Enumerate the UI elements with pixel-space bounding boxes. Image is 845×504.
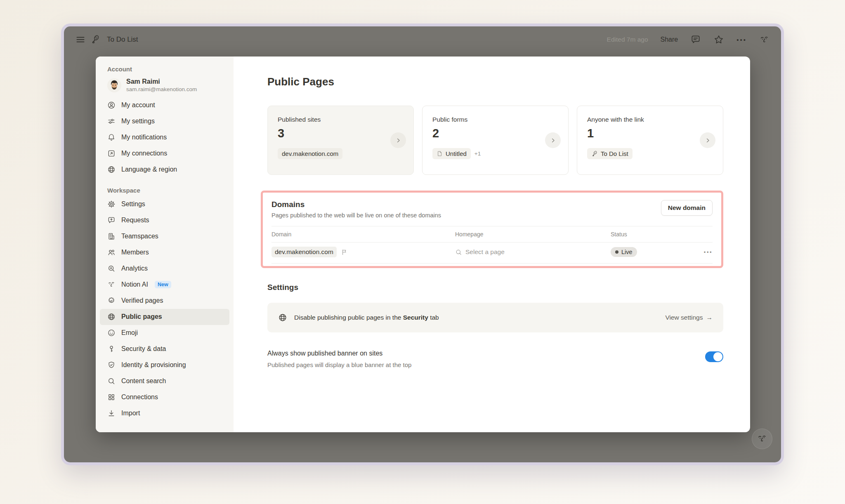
comments-icon[interactable]	[690, 34, 701, 45]
magnifier-plus-icon	[107, 264, 116, 273]
search-icon	[107, 377, 116, 385]
domain-name-chip[interactable]: dev.makenotion.com	[271, 247, 337, 257]
column-domain: Domain	[271, 231, 455, 238]
security-notice: Disable publishing public pages in the S…	[267, 303, 723, 332]
sidebar-item-label: Public pages	[121, 313, 162, 320]
sidebar-item-label: Language & region	[121, 166, 177, 173]
domain-table-row: dev.makenotion.com Select a page Live	[271, 242, 713, 264]
avatar	[107, 78, 121, 92]
view-settings-link[interactable]: View settings →	[665, 314, 713, 321]
globe-icon	[107, 165, 116, 174]
published-sites-card[interactable]: Published sites 3 dev.makenotion.com	[267, 106, 414, 175]
toggle-knob	[713, 352, 722, 361]
sidebar-item-label: Security & data	[121, 345, 166, 353]
sidebar-item-emoji[interactable]: Emoji	[100, 325, 229, 341]
sidebar-item-identity-provisioning[interactable]: Identity & provisioning	[100, 357, 229, 373]
sidebar-item-label: Emoji	[121, 329, 138, 337]
smiley-icon	[107, 329, 116, 337]
sidebar-item-label: Members	[121, 249, 149, 256]
flag-icon	[341, 249, 348, 256]
domains-title: Domains	[271, 200, 441, 209]
sidebar-item-analytics[interactable]: Analytics	[100, 261, 229, 277]
sidebar-item-teamspaces[interactable]: Teamspaces	[100, 228, 229, 245]
racket-page-icon	[90, 35, 100, 45]
banner-setting-subtitle: Published pages will display a blue bann…	[267, 361, 411, 368]
new-domain-button[interactable]: New domain	[661, 200, 713, 216]
bell-icon	[107, 133, 116, 141]
members-icon	[107, 248, 116, 257]
sidebar-item-my-settings[interactable]: My settings	[100, 113, 229, 130]
settings-modal: Account Sam Raimi sam.raimi@makenotion.c…	[96, 57, 750, 432]
live-dot	[615, 250, 618, 254]
public-forms-card[interactable]: Public forms 2 Untitled +1	[422, 106, 569, 175]
grid-icon	[107, 393, 116, 401]
racket-page-icon	[591, 151, 598, 157]
sidebar-item-security-data[interactable]: Security & data	[100, 341, 229, 357]
notice-text: Disable publishing public pages in the S…	[294, 314, 439, 321]
notion-ai-fab-button[interactable]	[752, 429, 772, 449]
favorite-star-icon[interactable]	[713, 34, 724, 45]
sidebar-item-label: Content search	[121, 377, 166, 385]
sidebar-item-label: Settings	[121, 200, 145, 208]
settings-section-title: Settings	[267, 283, 723, 292]
sidebar-item-verified-pages[interactable]: Verified pages	[100, 293, 229, 309]
sidebar-item-label: Requests	[121, 217, 149, 224]
card-label: Published sites	[278, 116, 404, 123]
sidebar-item-connections[interactable]: Connections	[100, 389, 229, 405]
globe-icon	[278, 313, 287, 322]
domains-section-highlighted: Domains Pages published to the web will …	[261, 191, 723, 268]
user-name: Sam Raimi	[126, 78, 197, 86]
window-topbar: To Do List Edited 7m ago Share •••	[64, 26, 781, 53]
request-bubble-icon	[107, 216, 116, 224]
chevron-right-icon[interactable]	[545, 132, 561, 148]
summary-cards: Published sites 3 dev.makenotion.com Pub…	[267, 106, 723, 175]
sidebar-item-label: Connections	[121, 393, 158, 401]
notion-window: To Do List Edited 7m ago Share •••	[61, 24, 784, 465]
banner-setting-title: Always show published banner on sites	[267, 350, 411, 357]
sliders-icon	[107, 117, 116, 125]
homepage-select[interactable]: Select a page	[455, 248, 611, 256]
card-count: 2	[432, 127, 558, 140]
user-email: sam.raimi@makenotion.com	[126, 86, 197, 93]
sidebar-item-public-pages[interactable]: Public pages	[100, 309, 229, 325]
chevron-right-icon[interactable]	[700, 132, 715, 148]
sidebar-item-settings[interactable]: Settings	[100, 196, 229, 212]
anyone-with-link-card[interactable]: Anyone with the link 1 To Do List	[577, 106, 723, 175]
account-section-header: Account	[100, 66, 229, 75]
chevron-right-icon[interactable]	[390, 132, 406, 148]
globe-icon	[107, 313, 116, 321]
card-label: Anyone with the link	[587, 116, 713, 123]
sidebar-item-language-region[interactable]: Language & region	[100, 162, 229, 178]
sidebar-item-my-account[interactable]: My account	[100, 97, 229, 113]
column-status: Status	[611, 231, 695, 238]
sidebar-item-label: My connections	[121, 150, 167, 157]
gear-icon	[107, 200, 116, 208]
sidebar-item-notion-ai[interactable]: Notion AI New	[100, 277, 229, 293]
sidebar-item-label: My notifications	[121, 134, 167, 141]
sidebar-item-members[interactable]: Members	[100, 245, 229, 261]
sidebar-item-my-notifications[interactable]: My notifications	[100, 130, 229, 146]
hamburger-menu-icon[interactable]	[76, 35, 85, 45]
notion-ai-icon[interactable]	[759, 35, 769, 45]
published-banner-toggle[interactable]	[705, 351, 723, 362]
arrow-up-right-square-icon	[107, 149, 116, 158]
share-button[interactable]: Share	[661, 36, 678, 43]
row-more-options-icon[interactable]: •••	[695, 249, 713, 255]
sidebar-item-requests[interactable]: Requests	[100, 212, 229, 228]
domains-table-header: Domain Homepage Status	[271, 226, 713, 242]
card-count: 1	[587, 127, 713, 140]
public-pages-panel: Public Pages Published sites 3 dev.maken…	[234, 57, 750, 432]
person-circle-icon	[107, 101, 116, 109]
key-icon	[107, 345, 116, 353]
sidebar-item-content-search[interactable]: Content search	[100, 373, 229, 389]
panel-title: Public Pages	[267, 75, 723, 88]
sidebar-item-label: My account	[121, 101, 155, 109]
more-options-icon[interactable]: •••	[736, 36, 747, 43]
sidebar-item-label: Identity & provisioning	[121, 361, 186, 369]
import-arrow-icon	[107, 409, 116, 417]
domain-chip: dev.makenotion.com	[278, 148, 342, 159]
banner-setting-row: Always show published banner on sites Pu…	[267, 350, 723, 368]
sidebar-item-import[interactable]: Import	[100, 405, 229, 422]
building-icon	[107, 232, 116, 240]
sidebar-item-my-connections[interactable]: My connections	[100, 146, 229, 162]
